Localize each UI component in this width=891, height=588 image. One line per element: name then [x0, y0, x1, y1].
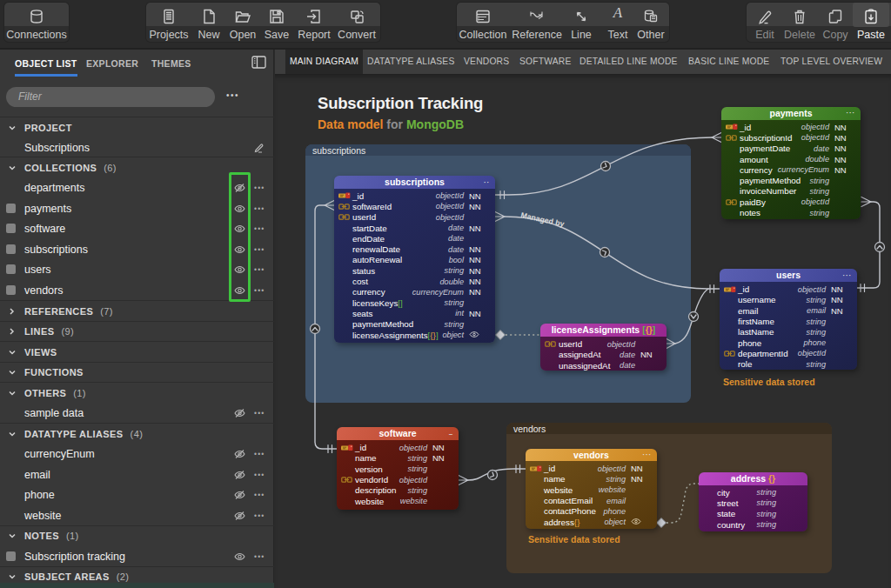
svg-text:Managed by: Managed by [520, 210, 566, 228]
